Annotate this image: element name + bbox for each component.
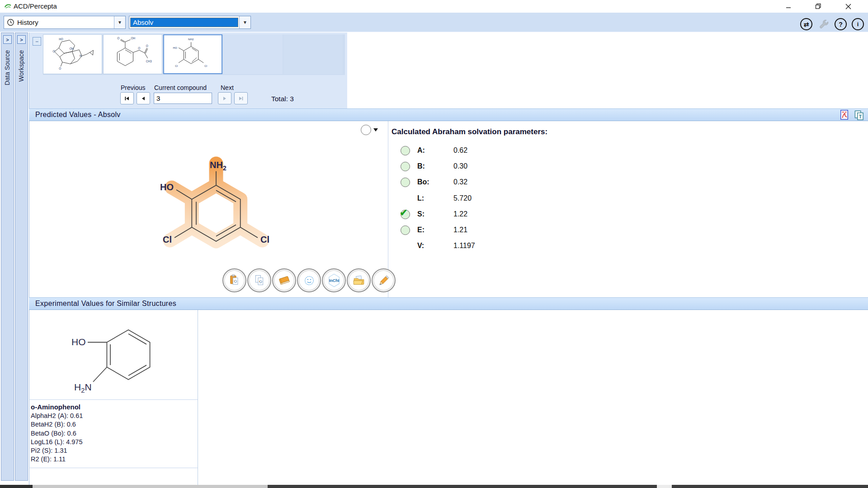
previous-compound-button[interactable] xyxy=(137,92,150,104)
chloro-right-label: Cl xyxy=(260,235,269,244)
parameter-value: 0.62 xyxy=(453,146,467,155)
parameter-row-E: E: 1.21 xyxy=(392,225,542,239)
clock-icon xyxy=(7,19,14,26)
next-label: Next xyxy=(221,84,234,91)
toolbar-right-icons: ⇄ ? i xyxy=(800,18,864,30)
parameter-key: V: xyxy=(417,242,424,250)
switch-module-icon[interactable]: ⇄ xyxy=(800,18,812,30)
smiles-button[interactable] xyxy=(297,268,321,292)
highlight-selector-dropdown[interactable] xyxy=(361,125,378,135)
history-dropdown[interactable]: History ▼ xyxy=(4,16,126,29)
parameter-key: S: xyxy=(417,210,425,218)
options-wrench-icon[interactable] xyxy=(817,18,830,30)
svg-text:O: O xyxy=(146,44,148,47)
parameter-row-Bo: Bo: 0.32 xyxy=(392,177,542,191)
copy-structure-button[interactable] xyxy=(247,268,271,292)
parameter-radio[interactable] xyxy=(401,162,410,171)
parameter-value: 0.32 xyxy=(453,178,467,186)
parameter-radio[interactable] xyxy=(401,146,410,155)
collapse-strip-button[interactable]: − xyxy=(33,37,41,46)
expand-icon[interactable]: > xyxy=(17,35,26,44)
svg-text:O: O xyxy=(138,47,140,50)
module-dropdown[interactable]: Absolv ▼ xyxy=(129,16,251,29)
highlight-selector-circle[interactable] xyxy=(361,125,371,135)
expand-icon[interactable]: > xyxy=(3,35,12,44)
copy-text-icon[interactable]: T xyxy=(854,109,864,121)
svg-text:O: O xyxy=(53,50,55,53)
book-icon xyxy=(277,273,292,288)
compound-thumbnail-strip: HO O OH N O O OH O xyxy=(43,34,345,75)
info-icon[interactable]: i xyxy=(852,18,864,30)
current-compound-input[interactable] xyxy=(154,93,212,104)
parameter-key: L: xyxy=(417,194,424,202)
thumbnail-compound-1[interactable]: HO O OH N O xyxy=(43,34,102,74)
window-title: ACD/Percepta xyxy=(14,2,57,10)
previous-label: Previous xyxy=(121,84,145,91)
parameter-value: 1.22 xyxy=(453,210,467,218)
parameter-value: 1.21 xyxy=(453,226,467,234)
module-dropdown-arrow[interactable]: ▼ xyxy=(239,16,250,28)
current-compound-label: Current compound xyxy=(154,84,207,91)
experimental-cell-right-border xyxy=(198,310,198,485)
parameter-row-A: A: 0.62 xyxy=(392,145,542,159)
dictionary-button[interactable] xyxy=(272,268,296,292)
parameter-radio[interactable] xyxy=(401,225,410,235)
bottom-strip-segment xyxy=(33,485,268,488)
parameters-panel-title: Calculated Abraham solvation parameters: xyxy=(392,127,547,136)
thumbnail-compound-2[interactable]: O OH O O CH3 xyxy=(103,34,162,74)
history-dropdown-label: History xyxy=(17,19,38,26)
thumbnail-empty-slot xyxy=(283,34,343,74)
title-bar: ACD/Percepta xyxy=(0,0,868,13)
pencil-icon xyxy=(376,273,392,288)
svg-text:OH: OH xyxy=(70,47,74,50)
sidebar-tab-data-source[interactable]: > Data Source xyxy=(1,33,14,481)
chloro-left-label: Cl xyxy=(163,235,172,244)
property-line: BetaH2 (B): 0.6 xyxy=(31,420,83,429)
parameter-radio[interactable] xyxy=(401,178,410,187)
structure-tools: InChI xyxy=(222,268,396,292)
parameter-key: E: xyxy=(417,226,425,234)
check-icon: ✔ xyxy=(400,207,408,218)
pdf-report-icon[interactable] xyxy=(840,109,849,121)
copy-structure-icon xyxy=(252,273,267,288)
property-line: AlphaH2 (A): 0.61 xyxy=(31,412,83,420)
first-compound-button[interactable] xyxy=(120,92,134,104)
close-button[interactable] xyxy=(838,0,858,13)
inchi-button[interactable]: InChI xyxy=(322,268,346,292)
sidebar-tab-workspace[interactable]: > Workspace xyxy=(15,33,28,481)
svg-text:InChI: InChI xyxy=(329,278,339,283)
sidebar-tab-label: Workspace xyxy=(18,50,25,82)
restore-button[interactable] xyxy=(808,0,828,13)
parameter-value: 1.1197 xyxy=(453,242,475,250)
svg-text:O: O xyxy=(117,37,119,40)
parameter-key: Bo: xyxy=(417,178,429,186)
experimental-cell-bottom-border xyxy=(29,468,198,468)
structure-o-aminophenol[interactable]: HO H2N xyxy=(30,313,197,399)
parameter-row-L: L: 5.720 xyxy=(392,193,542,207)
parameter-key: A: xyxy=(417,146,425,155)
history-dropdown-arrow[interactable]: ▼ xyxy=(114,16,125,28)
svg-text:HO: HO xyxy=(59,38,63,41)
property-line: R2 (E): 1.11 xyxy=(31,455,83,464)
svg-text:NH2: NH2 xyxy=(188,38,194,41)
next-compound-button[interactable] xyxy=(218,92,231,104)
hydroxyl-label: HO xyxy=(160,182,174,192)
property-line: LogL16 (L): 4.975 xyxy=(31,438,83,446)
structure-naltrexone-like: HO O OH N O xyxy=(43,35,102,73)
total-count: Total: 3 xyxy=(271,95,294,103)
open-structure-button[interactable] xyxy=(347,268,371,292)
property-line: Pi2 (S): 1.31 xyxy=(31,446,83,455)
minimize-button[interactable] xyxy=(778,0,798,13)
predicted-values-header: Predicted Values - Absolv T xyxy=(29,108,868,121)
experimental-values-header: Experimental Values for Similar Structur… xyxy=(29,297,868,310)
bottom-strip-segment xyxy=(657,485,672,488)
acd-logo-icon xyxy=(4,2,13,10)
help-icon[interactable]: ? xyxy=(835,18,847,30)
edit-structure-button[interactable] xyxy=(372,268,396,292)
similar-compound-properties: AlphaH2 (A): 0.61 BetaH2 (B): 0.6 BetaO … xyxy=(31,412,83,464)
parameter-key: B: xyxy=(417,162,425,170)
bottom-strip-segment xyxy=(268,485,657,488)
last-compound-button[interactable] xyxy=(234,92,248,104)
paste-structure-button[interactable] xyxy=(222,268,246,292)
thumbnail-compound-3-selected[interactable]: NH2 HO Cl Cl xyxy=(163,34,222,74)
